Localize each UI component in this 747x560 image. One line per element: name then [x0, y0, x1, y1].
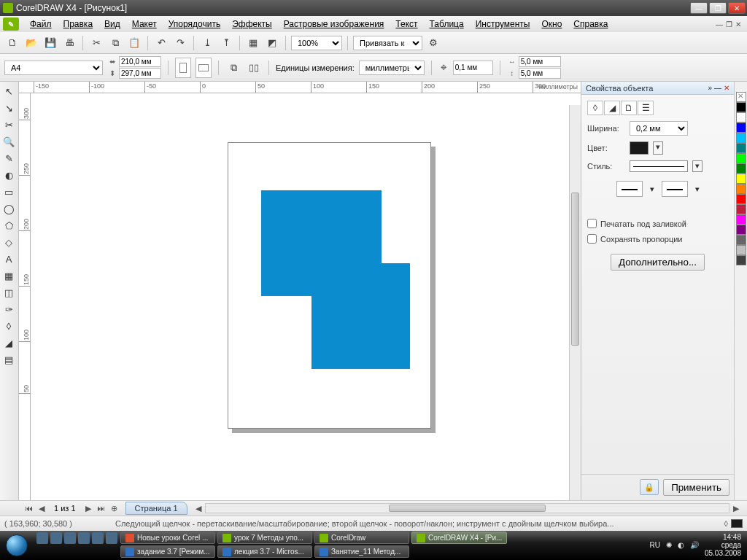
color-swatch[interactable] [736, 102, 746, 112]
task-item[interactable]: Занятие_11 Метод... [314, 545, 409, 558]
task-item[interactable]: CorelDraw [314, 532, 409, 544]
redo-button[interactable]: ↷ [172, 35, 188, 51]
task-item[interactable]: урок 7 Методы упо... [217, 532, 312, 544]
copy-button[interactable]: ⧉ [107, 35, 123, 51]
docker-min-icon[interactable]: — [714, 84, 721, 92]
quick-launch-item[interactable] [78, 532, 90, 544]
quick-launch-item[interactable] [36, 532, 48, 544]
color-swatch[interactable] [736, 153, 746, 163]
outline-width-combo[interactable]: 0,2 мм [630, 121, 688, 136]
quick-launch-item[interactable] [106, 532, 117, 544]
text-tool[interactable]: A [0, 251, 18, 267]
snap-combo[interactable]: Привязать к [353, 36, 422, 50]
freehand-tool[interactable]: ✎ [0, 150, 18, 166]
web-tab[interactable]: ☰ [638, 101, 654, 115]
mdi-close[interactable]: ✕ [735, 20, 741, 28]
menu-edit[interactable]: Правка [58, 18, 98, 31]
color-swatch[interactable] [736, 204, 746, 214]
first-page-button[interactable]: ⏮ [22, 504, 35, 513]
crop-tool[interactable]: ✂ [0, 117, 18, 133]
tray-icon[interactable]: ◐ [678, 541, 684, 549]
color-swatch[interactable] [736, 235, 746, 245]
start-button[interactable] [0, 531, 34, 560]
add-page-button[interactable]: ⊕ [108, 504, 121, 513]
save-button[interactable]: 💾 [42, 35, 58, 51]
cut-button[interactable]: ✂ [88, 35, 104, 51]
color-swatch[interactable] [736, 184, 746, 194]
zoom-tool[interactable]: 🔍 [0, 133, 18, 149]
page-tab[interactable]: Страница 1 [125, 502, 187, 515]
docker-close-icon[interactable]: ✕ [724, 84, 729, 92]
export-button[interactable]: ⤒ [218, 35, 234, 51]
quick-launch-item[interactable] [50, 532, 62, 544]
dup-y-input[interactable] [519, 68, 561, 79]
task-item[interactable]: лекция 3.7 - Micros... [217, 545, 312, 558]
end-arrow-dd[interactable]: ▾ [695, 184, 700, 194]
apply-button[interactable]: Применить [663, 479, 729, 496]
color-swatch[interactable] [736, 163, 746, 174]
minimize-button[interactable]: — [690, 2, 708, 14]
end-arrow-combo[interactable] [662, 181, 688, 197]
menu-layout[interactable]: Макет [127, 18, 162, 31]
interactive-tool[interactable]: ◫ [0, 284, 18, 300]
prev-page-button[interactable]: ◀ [35, 504, 48, 513]
outline-tab[interactable]: ◊ [587, 101, 603, 115]
start-arrow-dd[interactable]: ▾ [650, 184, 654, 194]
eyedropper-tool[interactable]: ✑ [0, 301, 18, 317]
fill-tab[interactable]: ◢ [604, 101, 620, 115]
ellipse-tool[interactable]: ◯ [0, 201, 18, 217]
basic-shapes-tool[interactable]: ◇ [0, 234, 18, 250]
pick-tool[interactable]: ↖ [0, 83, 18, 99]
zoom-combo[interactable]: 100% [291, 36, 342, 50]
ruler-horizontal[interactable]: миллиметры -150-100-50050100150200250300 [19, 82, 581, 93]
quick-launch-item[interactable] [92, 532, 104, 544]
table-tool[interactable]: ▦ [0, 268, 18, 284]
docker-title-bar[interactable]: Свойства объекта »—✕ [581, 82, 734, 95]
menu-tools[interactable]: Инструменты [471, 18, 535, 31]
color-swatch[interactable] [736, 122, 746, 133]
menu-window[interactable]: Окно [536, 18, 567, 31]
line-style-combo[interactable] [630, 160, 688, 172]
language-indicator[interactable]: RU [649, 541, 659, 549]
docker-collapse-icon[interactable]: » [708, 84, 712, 92]
color-swatch[interactable] [736, 143, 746, 153]
keep-ratio-checkbox[interactable] [587, 234, 597, 244]
volume-icon[interactable]: 🔊 [690, 541, 699, 549]
color-swatch[interactable] [736, 133, 746, 143]
text-tab[interactable]: 🗋 [621, 101, 637, 115]
mdi-minimize[interactable]: — [716, 20, 723, 28]
maximize-button[interactable]: ❐ [709, 2, 727, 14]
fill-indicator[interactable] [731, 519, 743, 528]
color-swatch[interactable] [736, 245, 746, 255]
nudge-input[interactable] [453, 61, 493, 75]
canvas[interactable] [31, 93, 581, 500]
app-launcher-button[interactable]: ▦ [245, 35, 261, 51]
open-button[interactable]: 📂 [23, 35, 39, 51]
landscape-button[interactable] [196, 58, 212, 78]
color-swatch[interactable] [736, 112, 746, 122]
blue-shape-2[interactable] [311, 263, 410, 369]
close-button[interactable]: ✕ [728, 2, 746, 14]
color-swatch[interactable] [736, 174, 746, 184]
polygon-tool[interactable]: ⬠ [0, 217, 18, 233]
all-pages-button[interactable]: ⧉ [225, 60, 241, 76]
undo-button[interactable]: ↶ [153, 35, 169, 51]
page-height-input[interactable] [119, 68, 161, 79]
dup-x-input[interactable] [519, 56, 561, 67]
lock-button[interactable]: 🔒 [640, 479, 659, 495]
menu-view[interactable]: Вид [99, 18, 125, 31]
page-width-input[interactable] [119, 56, 161, 67]
smart-fill-tool[interactable]: ◐ [0, 167, 18, 183]
fill-tool[interactable]: ◢ [0, 335, 18, 351]
portrait-button[interactable] [175, 58, 191, 78]
current-page-button[interactable]: ▯▯ [246, 60, 262, 76]
vertical-scrollbar[interactable] [569, 105, 581, 500]
mdi-restore[interactable]: ❐ [726, 20, 732, 28]
next-page-button[interactable]: ▶ [82, 504, 95, 513]
color-swatch[interactable] [736, 255, 746, 265]
menu-effects[interactable]: Эффекты [227, 18, 277, 31]
tray-icon[interactable]: ✺ [666, 541, 672, 549]
task-item[interactable]: задание 3.7 [Режим... [120, 545, 215, 558]
paste-button[interactable]: 📋 [126, 35, 142, 51]
task-item-active[interactable]: CorelDRAW X4 - [Ри... [411, 532, 507, 544]
